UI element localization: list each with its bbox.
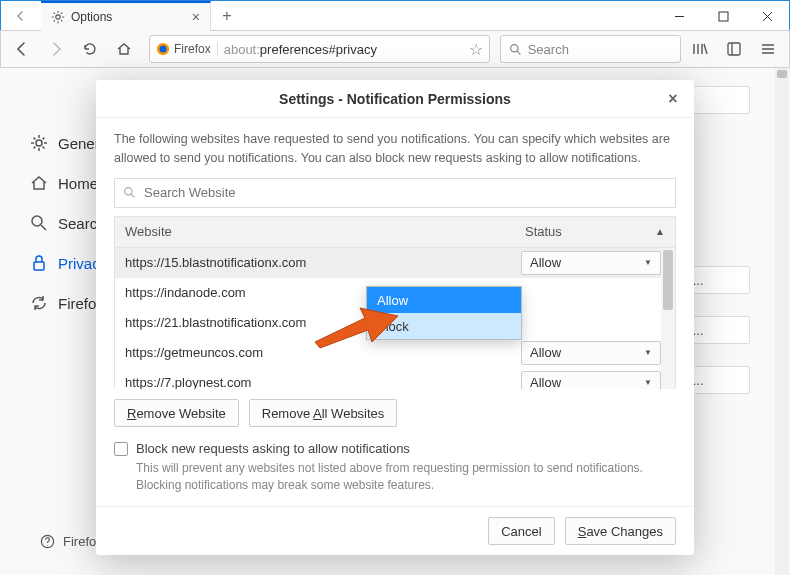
block-new-requests-label: Block new requests asking to allow notif… <box>136 441 410 456</box>
search-bar[interactable]: Search <box>500 35 681 63</box>
new-tab-button[interactable]: + <box>211 1 243 30</box>
reload-button[interactable] <box>75 34 105 64</box>
lock-icon <box>30 254 48 272</box>
close-window-button[interactable] <box>745 1 789 31</box>
status-dropdown[interactable]: Allow▼ <box>521 251 661 275</box>
close-icon[interactable]: × <box>192 9 200 25</box>
identity-box[interactable]: Firefox <box>156 42 218 56</box>
table-scrollbar[interactable] <box>661 248 675 390</box>
tab-scroll-left[interactable] <box>1 1 41 30</box>
sidebar-button[interactable] <box>719 34 749 64</box>
svg-point-10 <box>125 188 132 195</box>
column-status[interactable]: Status▲ <box>515 224 675 239</box>
search-website-input[interactable] <box>144 185 667 200</box>
page-scrollbar[interactable] <box>775 68 789 575</box>
column-website[interactable]: Website <box>115 224 515 239</box>
search-icon <box>30 214 48 232</box>
help-icon <box>40 534 55 549</box>
support-link[interactable]: Firefox <box>40 534 103 549</box>
back-button[interactable] <box>7 34 37 64</box>
search-icon <box>123 186 136 199</box>
firefox-icon <box>156 42 170 56</box>
block-new-requests-checkbox[interactable] <box>114 442 128 456</box>
home-button[interactable] <box>109 34 139 64</box>
browser-tab[interactable]: Options × <box>41 1 211 31</box>
gear-icon <box>51 10 65 24</box>
search-icon <box>509 43 522 56</box>
svg-rect-5 <box>728 43 740 55</box>
dialog-close-button[interactable]: × <box>662 88 684 110</box>
svg-rect-1 <box>719 12 728 21</box>
window-titlebar: Options × + <box>0 0 790 30</box>
tab-title: Options <box>71 10 186 24</box>
gear-icon <box>30 134 48 152</box>
table-header: Website Status▲ <box>114 216 676 248</box>
svg-point-0 <box>56 15 60 19</box>
caret-down-icon: ▼ <box>644 348 652 357</box>
forward-button[interactable] <box>41 34 71 64</box>
svg-point-3 <box>160 46 167 53</box>
status-dropdown[interactable]: Allow▼ <box>521 341 661 365</box>
chevron-left-icon <box>15 10 27 22</box>
svg-point-6 <box>36 140 42 146</box>
home-icon <box>30 174 48 192</box>
caret-up-icon: ▲ <box>655 226 665 237</box>
search-website-field[interactable] <box>114 178 676 208</box>
bookmark-star-icon[interactable]: ☆ <box>469 40 483 59</box>
status-dropdown[interactable]: Allow▼ <box>521 371 661 390</box>
url-text: about:preferences#privacy <box>224 42 463 57</box>
maximize-button[interactable] <box>701 1 745 31</box>
table-row[interactable]: https://getmeuncos.com Allow▼ <box>115 338 675 368</box>
library-button[interactable] <box>685 34 715 64</box>
sync-icon <box>30 294 48 312</box>
table-row[interactable]: https://15.blastnotificationx.com Allow▼ <box>115 248 675 278</box>
url-bar[interactable]: Firefox about:preferences#privacy ☆ <box>149 35 490 63</box>
caret-down-icon: ▼ <box>644 258 652 267</box>
minimize-button[interactable] <box>657 1 701 31</box>
svg-point-7 <box>32 216 42 226</box>
cancel-button[interactable]: Cancel <box>488 517 554 545</box>
svg-rect-8 <box>34 262 44 270</box>
caret-down-icon: ▼ <box>644 378 652 387</box>
block-new-requests-description: This will prevent any websites not liste… <box>114 460 676 494</box>
navigation-toolbar: Firefox about:preferences#privacy ☆ Sear… <box>0 30 790 68</box>
dropdown-option-allow[interactable]: Allow <box>367 287 521 313</box>
dialog-description: The following websites have requested to… <box>114 130 676 168</box>
table-row[interactable]: https://7.ploynest.com Allow▼ <box>115 368 675 390</box>
remove-all-websites-button[interactable]: Remove All Websites <box>249 399 398 427</box>
save-changes-button[interactable]: Save Changes <box>565 517 676 545</box>
menu-button[interactable] <box>753 34 783 64</box>
dropdown-option-block[interactable]: Block <box>367 313 521 339</box>
status-dropdown-menu: Allow Block <box>366 286 522 340</box>
svg-point-4 <box>510 44 517 51</box>
remove-website-button[interactable]: Remove Website <box>114 399 239 427</box>
dialog-title: Settings - Notification Permissions × <box>96 80 694 118</box>
